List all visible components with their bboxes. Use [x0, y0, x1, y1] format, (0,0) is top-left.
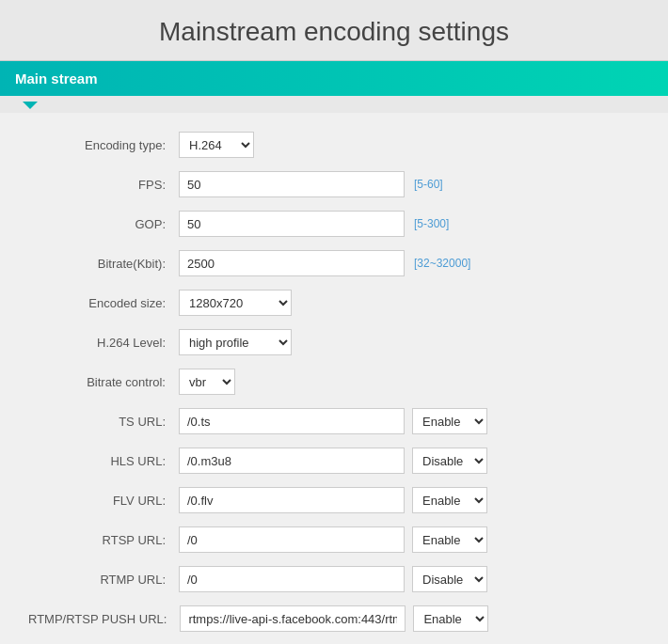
rtsp-url-input[interactable] — [179, 526, 405, 553]
flv-url-label: FLV URL: — [28, 494, 179, 508]
fps-input[interactable] — [179, 171, 405, 197]
ts-enable-select[interactable]: Enable Disable — [412, 408, 487, 434]
encoded-size-label: Encoded size: — [28, 296, 179, 310]
ts-url-label: TS URL: — [28, 415, 179, 429]
h264-level-label: H.264 Level: — [28, 336, 179, 350]
gop-hint: [5-300] — [414, 217, 449, 230]
section-label: Main stream — [15, 71, 98, 86]
hls-enable-select[interactable]: Enable Disable — [412, 448, 487, 474]
flv-enable-select[interactable]: Enable Disable — [412, 487, 487, 513]
encoding-type-select[interactable]: H.264 H.265 — [179, 132, 254, 158]
encoding-type-label: Encoding type: — [28, 138, 179, 152]
rtmp-rtsp-label: RTMP/RTSP PUSH URL: — [28, 612, 180, 626]
rtmp-enable-select[interactable]: Enable Disable — [412, 566, 487, 592]
gop-label: GOP: — [28, 217, 179, 231]
gop-input[interactable] — [179, 211, 405, 237]
bitrate-control-label: Bitrate control: — [28, 375, 179, 389]
bitrate-hint: [32~32000] — [414, 257, 470, 270]
section-header: Main stream — [0, 61, 668, 96]
section-arrow-icon — [23, 102, 38, 109]
page-title: Mainstream encoding settings — [0, 0, 668, 61]
flv-url-input[interactable] — [179, 487, 405, 513]
bitrate-label: Bitrate(Kbit): — [28, 257, 179, 271]
ts-url-input[interactable] — [179, 408, 405, 434]
encoded-size-select[interactable]: 1280x720 1920x1080 640x480 — [179, 290, 292, 316]
rtsp-url-label: RTSP URL: — [28, 533, 179, 547]
rtsp-enable-select[interactable]: Enable Disable — [412, 526, 487, 553]
rtmp-url-input[interactable] — [179, 566, 405, 592]
rtmp-url-label: RTMP URL: — [28, 573, 179, 587]
fps-label: FPS: — [28, 178, 179, 192]
hls-url-label: HLS URL: — [28, 454, 179, 468]
rtmp-rtsp-enable-select[interactable]: Enable Disable — [413, 605, 488, 632]
rtmp-rtsp-input[interactable] — [180, 605, 406, 632]
fps-hint: [5-60] — [414, 178, 443, 191]
bitrate-control-select[interactable]: vbr cbr — [179, 369, 235, 395]
h264-level-select[interactable]: high profile main profile baseline — [179, 329, 292, 355]
hls-url-input[interactable] — [179, 448, 405, 474]
bitrate-input[interactable] — [179, 250, 405, 276]
